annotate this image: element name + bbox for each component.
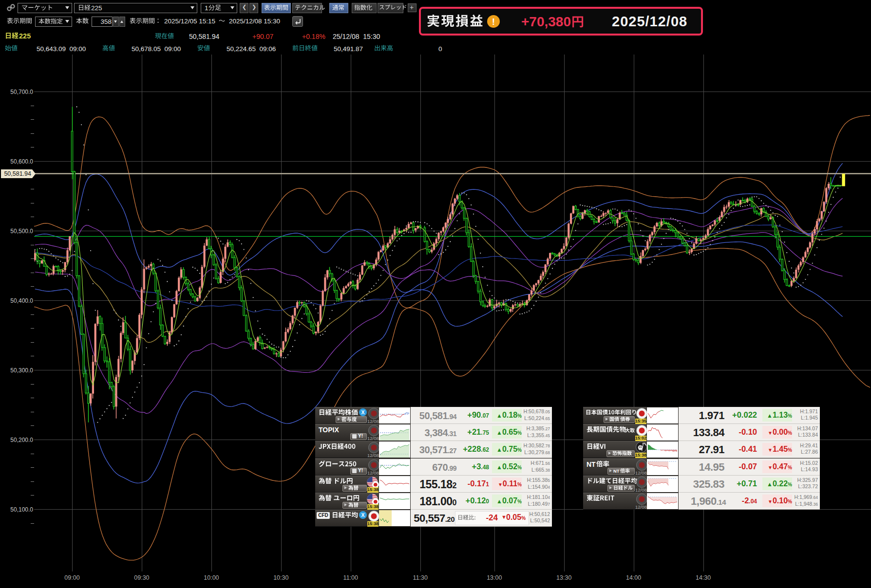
svg-text:10:00: 10:00 <box>204 574 219 581</box>
svg-text:50,700.0: 50,700.0 <box>10 89 33 95</box>
svg-text:50,100.0: 50,100.0 <box>10 506 33 513</box>
svg-text:X: X <box>361 512 364 518</box>
svg-text:50,500.0: 50,500.0 <box>10 228 33 235</box>
svg-text:13:00: 13:00 <box>487 574 502 581</box>
svg-text:50,600.0: 50,600.0 <box>10 158 33 165</box>
svg-text:10:30: 10:30 <box>273 574 288 581</box>
svg-text:50,300.0: 50,300.0 <box>10 367 33 374</box>
svg-text:13:30: 13:30 <box>556 574 571 581</box>
svg-text:11:00: 11:00 <box>343 574 358 581</box>
svg-text:14:00: 14:00 <box>626 574 641 581</box>
svg-text:11:30: 11:30 <box>413 574 428 581</box>
svg-text:50,400.0: 50,400.0 <box>10 297 33 304</box>
svg-text:14:30: 14:30 <box>696 574 711 581</box>
svg-text:50,581.94: 50,581.94 <box>4 170 31 177</box>
svg-text:50,200.0: 50,200.0 <box>10 437 33 443</box>
svg-text:!: ! <box>492 17 495 27</box>
svg-text:09:00: 09:00 <box>64 574 79 581</box>
svg-text:X: X <box>361 409 364 415</box>
svg-text:09:30: 09:30 <box>134 574 149 581</box>
